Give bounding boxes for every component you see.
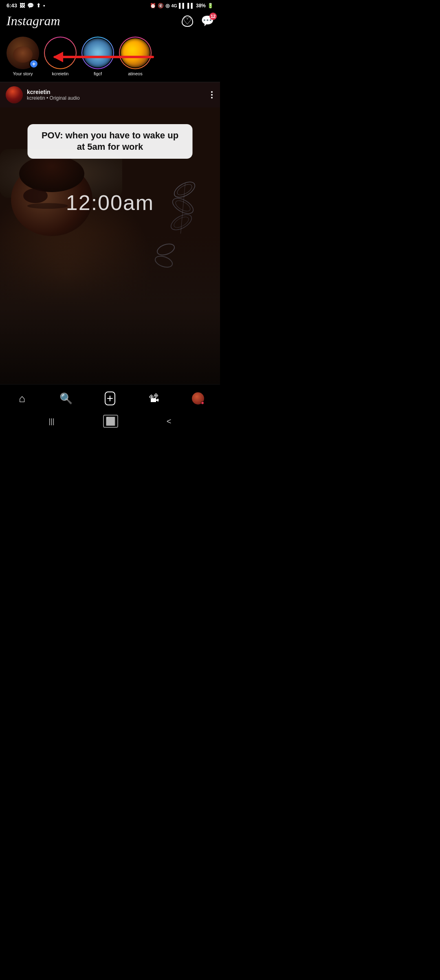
post-user-info: kcreietin kcreietin • Original audio — [27, 89, 80, 101]
whatsapp-icon: 💬 — [27, 2, 34, 9]
bedding-area — [0, 232, 220, 384]
mute-icon: 🔇 — [158, 3, 164, 9]
post-audio-info[interactable]: kcreietin • Original audio — [27, 95, 80, 101]
recent-apps-button[interactable]: ||| — [49, 417, 55, 426]
post-avatar-image — [6, 86, 23, 103]
notifications-button[interactable]: ♡ — [182, 15, 193, 27]
story-item-your-story[interactable]: + Your story — [7, 37, 39, 76]
upload-icon: ⬆ — [36, 2, 41, 9]
nav-search[interactable]: 🔍 — [56, 389, 76, 407]
story-item-4[interactable]: atineos — [119, 37, 152, 76]
nav-home[interactable]: ⌂ — [12, 389, 32, 407]
svg-point-6 — [168, 212, 194, 233]
back-button[interactable]: < — [167, 417, 172, 426]
story-label-4: atineos — [128, 71, 142, 76]
signal2-icon: ▌▌ — [187, 3, 194, 9]
instagram-logo: Instagram — [7, 13, 60, 28]
pov-text: POV: when you have to wake up at 5am for… — [42, 130, 178, 152]
story-avatar-4 — [121, 38, 150, 68]
dot-3 — [211, 97, 213, 98]
wifi-icon: ◎ — [165, 3, 169, 9]
signal-icon: ▌▌ — [179, 3, 186, 9]
home-icon: ⌂ — [19, 392, 25, 405]
home-button[interactable]: ⬜ — [103, 415, 118, 428]
story-avatar-wrap-3[interactable] — [81, 37, 114, 69]
search-icon: 🔍 — [59, 392, 73, 405]
nav-create[interactable]: + — [100, 389, 120, 407]
dot-2 — [211, 94, 213, 96]
battery-percent: 38% — [196, 3, 206, 9]
story-avatar-wrap-4[interactable] — [119, 37, 152, 69]
your-story-label: Your story — [13, 71, 33, 76]
dot-icon: • — [43, 2, 45, 9]
header-icons: ♡ 💬 12 — [182, 15, 213, 27]
story-label-3: figcf — [94, 71, 102, 76]
stories-section: + Your story kcreietin — [0, 33, 220, 82]
message-badge: 12 — [209, 13, 217, 20]
profile-activity-dot — [201, 401, 204, 405]
status-time: 6:43 🖼 💬 ⬆ • — [7, 2, 45, 9]
story-item-3[interactable]: figcf — [81, 37, 114, 76]
dna-decoration — [154, 177, 202, 243]
time-text: 12:00am — [66, 190, 154, 215]
messages-button[interactable]: 💬 12 — [201, 15, 213, 27]
svg-point-9 — [156, 242, 176, 257]
post-header: kcreietin kcreietin • Original audio — [0, 82, 220, 107]
nav-profile[interactable] — [188, 389, 208, 407]
battery-icon: 🔋 — [207, 3, 213, 9]
decorative-shape — [152, 239, 176, 273]
post-more-options[interactable] — [209, 90, 214, 100]
create-icon: + — [105, 392, 115, 405]
post-avatar[interactable] — [6, 86, 23, 103]
avatar-3-image — [83, 38, 112, 68]
android-navigation: ||| ⬜ < — [0, 411, 220, 433]
profile-avatar — [192, 392, 204, 405]
status-bar: 6:43 🖼 💬 ⬆ • ⏰ 🔇 ◎ 4G ▌▌ ▌▌ 38% 🔋 — [0, 0, 220, 10]
bottom-navigation: ⌂ 🔍 + 📽 — [0, 384, 220, 411]
photo-icon: 🖼 — [20, 2, 25, 9]
avatar-4-image — [121, 38, 150, 68]
stories-row: + Your story kcreietin — [0, 33, 220, 82]
svg-point-10 — [154, 254, 174, 269]
pov-text-box: POV: when you have to wake up at 5am for… — [28, 124, 193, 159]
story-item-2[interactable]: kcreietin — [44, 37, 77, 76]
app-header: Instagram ♡ 💬 12 — [0, 10, 220, 33]
heart-icon: ♡ — [183, 16, 192, 26]
post-video-area: POV: when you have to wake up at 5am for… — [0, 107, 220, 384]
story-avatar-3 — [83, 38, 112, 68]
story-label-2: kcreietin — [52, 71, 69, 76]
alarm-icon: ⏰ — [150, 3, 156, 9]
network-4g: 4G — [171, 3, 177, 8]
post-user: kcreietin kcreietin • Original audio — [6, 86, 80, 103]
your-story-avatar-wrap[interactable]: + — [7, 37, 39, 69]
status-right: ⏰ 🔇 ◎ 4G ▌▌ ▌▌ 38% 🔋 — [150, 3, 213, 9]
nav-reels[interactable]: 📽 — [144, 389, 164, 407]
add-story-button[interactable]: + — [29, 59, 38, 68]
reels-icon: 📽 — [149, 392, 159, 405]
time-display: 6:43 — [7, 2, 17, 9]
dot-1 — [211, 91, 213, 93]
story-avatar-wrap-2[interactable] — [44, 37, 77, 69]
post-username[interactable]: kcreietin — [27, 89, 80, 95]
